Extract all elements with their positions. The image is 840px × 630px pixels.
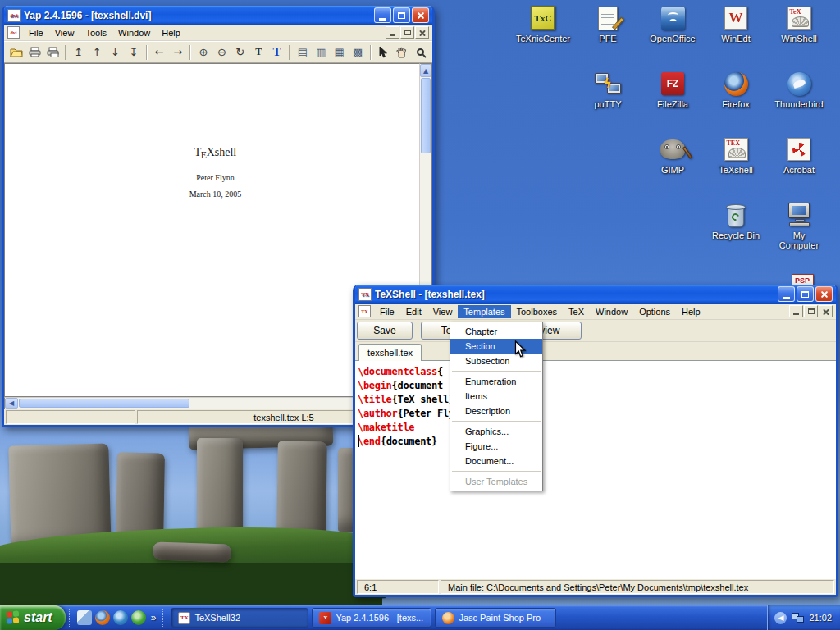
- yap-titlebar[interactable]: dvi Yap 2.4.1596 - [texshell.dvi]: [4, 6, 432, 25]
- desktop-icon-acrobat[interactable]: Acrobat: [772, 136, 826, 175]
- menu-window[interactable]: Window: [590, 305, 633, 318]
- child-close-button[interactable]: [819, 305, 833, 317]
- menu-file[interactable]: File: [374, 305, 400, 318]
- refresh-icon[interactable]: ↻: [231, 43, 249, 61]
- taskbar-button-yap[interactable]: Y Yap 2.4.1596 - [texs...: [312, 608, 431, 628]
- hide-icons-chevron-icon[interactable]: ◀: [774, 612, 787, 624]
- minimize-button[interactable]: [374, 7, 391, 23]
- larger-text-icon[interactable]: T: [268, 43, 285, 61]
- texshell-titlebar[interactable]: TX TeXShell - [texshell.tex]: [355, 285, 836, 304]
- last-page-icon[interactable]: ↧: [125, 43, 142, 61]
- menu-file[interactable]: File: [23, 26, 49, 39]
- next-page-icon[interactable]: ↓: [107, 43, 124, 61]
- menu-help[interactable]: Help: [676, 305, 706, 318]
- desktop-icon-recycle-bin[interactable]: Recycle Bin: [709, 202, 763, 240]
- taskbar-grip[interactable]: [69, 609, 72, 627]
- save-button[interactable]: Save: [357, 322, 413, 340]
- menu-templates[interactable]: Templates: [458, 305, 510, 318]
- scrollbar-thumb[interactable]: [19, 399, 189, 408]
- desktop-icon-my-computer[interactable]: My Computer: [772, 202, 826, 250]
- print-icon[interactable]: [25, 43, 43, 61]
- quick-launch-show-desktop-icon[interactable]: [77, 610, 92, 625]
- taskbar-grip[interactable]: [162, 609, 166, 627]
- menu-item-graphics[interactable]: Graphics...: [450, 424, 542, 439]
- child-restore-button[interactable]: [400, 26, 414, 39]
- menu-item-subsection[interactable]: Subsection: [450, 354, 542, 368]
- menu-tools[interactable]: Tools: [80, 26, 112, 39]
- scrollbar-thumb[interactable]: [421, 78, 431, 153]
- desktop-icon-putty[interactable]: ϟ puTTY: [581, 71, 635, 109]
- continuous-view-icon[interactable]: ▥: [313, 43, 330, 61]
- grid-view-icon[interactable]: ▩: [349, 43, 366, 61]
- child-close-button[interactable]: [415, 26, 429, 39]
- zoom-tool-icon[interactable]: [412, 43, 429, 61]
- menu-item-enumeration[interactable]: Enumeration: [450, 374, 542, 389]
- scroll-up-icon[interactable]: ▲: [420, 64, 431, 77]
- quick-launch-overflow-chevron[interactable]: »: [151, 612, 157, 623]
- menu-view[interactable]: View: [49, 26, 80, 39]
- network-status-icon[interactable]: [792, 613, 804, 623]
- start-button-label: start: [24, 610, 52, 625]
- desktop-icon-filezilla[interactable]: FZ FileZilla: [646, 71, 700, 109]
- menu-item-items[interactable]: Items: [450, 389, 542, 404]
- menu-item-user-templates[interactable]: User Templates: [450, 474, 542, 489]
- taskbar-clock[interactable]: 21:02: [809, 613, 832, 623]
- back-icon[interactable]: ←: [151, 43, 168, 61]
- child-minimize-button[interactable]: [789, 305, 803, 317]
- text-caret: [358, 435, 359, 447]
- maximize-button[interactable]: [393, 7, 410, 23]
- facing-pages-view-icon[interactable]: ▦: [331, 43, 348, 61]
- tab-texshell-tex[interactable]: texshell.tex: [358, 344, 422, 361]
- close-button[interactable]: [412, 7, 429, 23]
- child-restore-button[interactable]: [804, 305, 818, 317]
- select-tool-icon[interactable]: [375, 43, 392, 61]
- desktop-icon-firefox[interactable]: Firefox: [709, 71, 763, 109]
- forward-icon[interactable]: →: [169, 43, 186, 61]
- print-page-icon[interactable]: [44, 43, 62, 61]
- child-minimize-button[interactable]: [386, 26, 399, 39]
- toolbar-separator: [370, 45, 372, 60]
- menu-toolboxes[interactable]: Toolboxes: [511, 305, 564, 318]
- close-button[interactable]: [815, 286, 833, 302]
- menu-item-section[interactable]: Section: [450, 339, 542, 354]
- desktop-icon-texshell[interactable]: TEX TeXshell: [709, 136, 763, 175]
- start-button[interactable]: start: [0, 605, 66, 630]
- menu-item-figure[interactable]: Figure...: [450, 439, 542, 454]
- hand-tool-icon[interactable]: [393, 43, 410, 61]
- gimp-icon: [659, 136, 687, 162]
- previous-page-icon[interactable]: ↑: [89, 43, 106, 61]
- menu-edit[interactable]: Edit: [400, 305, 427, 318]
- menu-separator: [452, 371, 541, 372]
- quick-launch-app-icon[interactable]: [131, 610, 146, 625]
- menu-window[interactable]: Window: [112, 26, 156, 39]
- desktop-icon-gimp[interactable]: GIMP: [646, 136, 700, 175]
- desktop-icon-winshell[interactable]: TeX WinShell: [772, 5, 826, 43]
- menu-options[interactable]: Options: [633, 305, 676, 318]
- desktop-icon-winedt[interactable]: W WinEdt: [709, 5, 763, 43]
- code-editor[interactable]: \documentclass{ \begin{document \title{T…: [355, 361, 836, 579]
- document-title: TEXshell: [189, 146, 242, 159]
- menu-item-document[interactable]: Document...: [450, 454, 542, 468]
- scroll-left-icon[interactable]: ◀: [5, 398, 18, 409]
- minimize-button[interactable]: [778, 286, 795, 302]
- menu-help[interactable]: Help: [156, 26, 186, 39]
- desktop-icon-texniccenter[interactable]: TxC TeXnicCenter: [516, 5, 570, 43]
- open-file-icon[interactable]: [7, 43, 25, 61]
- taskbar-button-texshell[interactable]: TX TeXShell32: [171, 608, 308, 628]
- desktop-icon-openoffice[interactable]: OpenOffice: [646, 5, 700, 43]
- menu-view[interactable]: View: [427, 305, 459, 318]
- single-page-view-icon[interactable]: ▤: [294, 43, 311, 61]
- desktop-icon-thunderbird[interactable]: Thunderbird: [772, 71, 826, 109]
- taskbar-button-paintshoppro[interactable]: Jasc Paint Shop Pro: [435, 608, 556, 628]
- quick-launch-firefox-icon[interactable]: [95, 610, 110, 625]
- menu-item-description[interactable]: Description: [450, 404, 542, 418]
- maximize-button[interactable]: [797, 286, 814, 302]
- menu-item-chapter[interactable]: Chapter: [450, 324, 542, 339]
- zoom-in-icon[interactable]: ⊕: [194, 43, 212, 61]
- desktop-icon-pfe[interactable]: PFE: [581, 5, 635, 43]
- zoom-out-icon[interactable]: ⊖: [213, 43, 231, 61]
- first-page-icon[interactable]: ↥: [70, 43, 87, 61]
- smaller-text-icon[interactable]: T: [250, 43, 267, 61]
- menu-tex[interactable]: TeX: [563, 305, 590, 318]
- quick-launch-thunderbird-icon[interactable]: [113, 610, 128, 625]
